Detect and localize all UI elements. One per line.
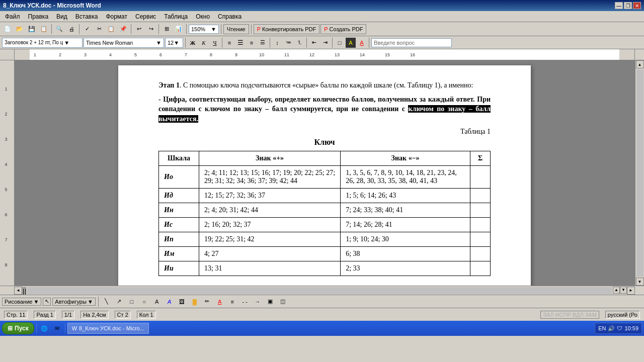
- shadow-tool[interactable]: ▣: [265, 296, 276, 307]
- insert-chart-button[interactable]: 📊: [173, 24, 184, 35]
- page-up-button[interactable]: ▲: [613, 287, 620, 294]
- cell-plus: 2; 4; 20; 31; 42; 44: [199, 203, 341, 218]
- wordart-tool[interactable]: A: [164, 296, 175, 307]
- cell-plus: 12; 15; 27; 32; 36; 37: [199, 189, 341, 203]
- print-button[interactable]: 🖨: [66, 24, 77, 35]
- svg-text:4: 4: [5, 162, 7, 167]
- save-button[interactable]: 💾: [26, 24, 37, 35]
- rect-tool[interactable]: □: [126, 296, 137, 307]
- font-arrow: ▼: [156, 40, 162, 46]
- email-icon[interactable]: ✉: [52, 323, 63, 334]
- menu-insert[interactable]: Вставка: [72, 12, 101, 21]
- convert-pdf-button[interactable]: P Конвертировать PDF: [254, 24, 320, 34]
- arrow-style-tool[interactable]: →: [252, 296, 263, 307]
- hscroll-button3[interactable]: |: [24, 287, 26, 294]
- align-right-button[interactable]: ≡: [247, 38, 257, 48]
- copy-icon: 📋: [108, 26, 115, 32]
- menu-view[interactable]: Вид: [53, 12, 70, 21]
- scroll-track[interactable]: [636, 69, 643, 277]
- hscroll-right-btn[interactable]: ►: [627, 287, 635, 295]
- underline-button[interactable]: Ч: [210, 38, 220, 48]
- highlight-button[interactable]: A: [346, 38, 356, 48]
- scroll-up-button[interactable]: ▲: [636, 60, 644, 68]
- insert-table-button[interactable]: ⊞: [161, 24, 172, 35]
- open-button[interactable]: 📂: [14, 24, 25, 35]
- align-justify-button[interactable]: ☰: [258, 38, 268, 48]
- menu-window[interactable]: Окно: [193, 12, 213, 21]
- font-box[interactable]: Times New Roman ▼: [84, 38, 164, 48]
- svg-text:8: 8: [5, 262, 7, 267]
- textbox-tool[interactable]: A: [151, 296, 163, 307]
- paragraph1: Этап 1. С помощью ключа подсчитываются «…: [158, 80, 491, 90]
- maximize-button[interactable]: ❐: [624, 2, 632, 9]
- ie-icon[interactable]: 🌐: [39, 323, 50, 334]
- status-language: русский (Ро: [605, 311, 640, 319]
- menu-table[interactable]: Таблица: [161, 12, 191, 21]
- menu-service[interactable]: Сервис: [132, 12, 159, 21]
- menu-file[interactable]: Файл: [2, 12, 23, 21]
- menu-help[interactable]: Справка: [215, 12, 245, 21]
- redo-button[interactable]: ↪: [145, 24, 156, 35]
- bold-button[interactable]: Ж: [188, 38, 198, 48]
- menu-edit[interactable]: Правка: [25, 12, 52, 21]
- active-window-button[interactable]: W 8_Ключ УСК.doc - Micro...: [67, 323, 149, 334]
- align-center-button[interactable]: ☰: [235, 38, 246, 48]
- close-button[interactable]: ✕: [633, 2, 641, 9]
- line-tool[interactable]: ╲: [101, 296, 112, 307]
- hscroll-left-btn[interactable]: ◄: [14, 287, 22, 295]
- line-style-tool[interactable]: ≡: [227, 296, 238, 307]
- ask-input[interactable]: Введите вопрос: [371, 38, 452, 47]
- table-title: Ключ: [158, 138, 491, 147]
- new-button[interactable]: 📄: [2, 24, 13, 35]
- cell-sigma: [470, 166, 491, 189]
- cursor-btn[interactable]: ↖: [43, 298, 51, 306]
- scroll-down-button[interactable]: ▼: [636, 278, 644, 286]
- minimize-button[interactable]: —: [615, 2, 623, 9]
- decrease-indent-button[interactable]: ⇤: [309, 38, 319, 48]
- page-down-button[interactable]: ▼: [620, 287, 627, 294]
- paste-icon: 📌: [120, 26, 127, 32]
- drawing-label: Рисование: [5, 299, 32, 305]
- ruler-left-margin: [0, 49, 14, 60]
- arrow-tool[interactable]: ↗: [114, 296, 125, 307]
- outside-border-button[interactable]: □: [335, 38, 345, 48]
- dash-tool[interactable]: - -: [239, 296, 251, 307]
- clipart-tool[interactable]: 🖼: [177, 296, 188, 307]
- line-color-tool[interactable]: ✏: [202, 296, 213, 307]
- font-color-button[interactable]: A: [357, 38, 367, 48]
- table-header-row: Шкала Знак «+» Знак «−» Σ: [159, 151, 491, 166]
- print-preview-button[interactable]: 🔍: [54, 24, 65, 35]
- spell-button[interactable]: ✓: [82, 24, 93, 35]
- numbering-button[interactable]: ⒈: [294, 38, 304, 48]
- create-pdf-button[interactable]: P Создать PDF: [320, 24, 366, 34]
- bullets-button[interactable]: ≔: [283, 38, 293, 48]
- cell-scale: Им: [159, 247, 199, 261]
- ask-area: Введите вопрос: [371, 38, 642, 47]
- autoshapes-menu[interactable]: Автофигуры ▼: [52, 298, 95, 306]
- hscroll-track[interactable]: [27, 287, 612, 294]
- line-spacing-button[interactable]: ↕: [272, 38, 282, 48]
- save-as-button[interactable]: 📋: [38, 24, 49, 35]
- size-box[interactable]: 12 ▼: [165, 38, 183, 48]
- oval-tool[interactable]: ○: [139, 296, 150, 307]
- copy-button[interactable]: 📋: [106, 24, 117, 35]
- cut-button[interactable]: ✂: [94, 24, 105, 35]
- fill-color-tool[interactable]: ▓: [189, 296, 200, 307]
- style-box[interactable]: Заголовок 2 + 12 пт, По ц ▼: [2, 38, 83, 48]
- table-row: Ин 2; 4; 20; 31; 42; 44 7; 24; 33; 38; 4…: [159, 203, 491, 218]
- paste-button[interactable]: 📌: [118, 24, 129, 35]
- italic-button[interactable]: К: [199, 38, 209, 48]
- drawing-menu[interactable]: Рисование ▼: [2, 298, 41, 306]
- undo-button[interactable]: ↩: [133, 24, 144, 35]
- start-button[interactable]: ⊞ Пуск: [2, 322, 34, 334]
- zoom-box[interactable]: 150% ▼: [189, 25, 219, 34]
- increase-indent-button[interactable]: ⇥: [320, 38, 330, 48]
- menu-format[interactable]: Формат: [103, 12, 130, 21]
- reading-button[interactable]: Чтение: [223, 24, 249, 34]
- draw-sep1: [98, 297, 99, 307]
- 3d-tool[interactable]: ◫: [277, 296, 288, 307]
- cell-scale: Ии: [159, 261, 199, 276]
- separator3: [131, 24, 131, 34]
- align-left-button[interactable]: ≡: [224, 38, 234, 48]
- font-color-draw-tool[interactable]: A: [214, 296, 225, 307]
